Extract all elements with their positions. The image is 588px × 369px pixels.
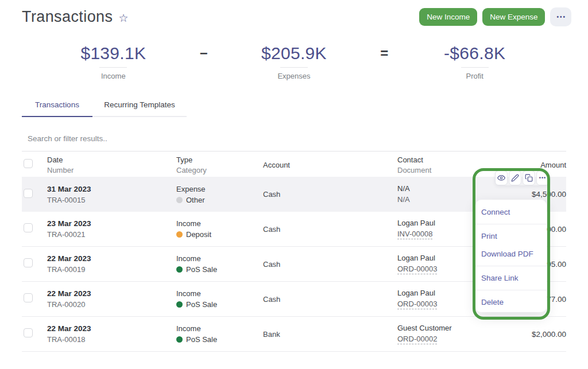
transaction-category: PoS Sale <box>176 265 263 274</box>
category-dot-icon <box>176 197 183 203</box>
view-icon[interactable] <box>495 170 508 185</box>
transactions-page: Transactions ☆ New Income New Expense ••… <box>0 0 588 369</box>
favorite-star-icon[interactable]: ☆ <box>118 11 128 25</box>
search-input[interactable] <box>22 126 566 151</box>
account-name: Cash <box>263 260 397 269</box>
col-amount[interactable]: Amount <box>493 161 566 169</box>
new-income-button[interactable]: New Income <box>419 8 477 26</box>
transaction-date: 22 Mar 2023 <box>47 289 176 298</box>
menu-item-share-link[interactable]: Share Link <box>475 269 547 287</box>
transaction-number: TRA-00021 <box>47 230 176 239</box>
col-category[interactable]: Category <box>176 166 263 174</box>
transaction-amount: $2,000.00 <box>493 330 566 339</box>
summary-income: $139.1K Income <box>34 44 192 80</box>
menu-item-delete[interactable]: Delete <box>475 293 547 311</box>
transaction-number: TRA-00015 <box>47 196 176 204</box>
expenses-label: Expenses <box>215 72 373 80</box>
document-number[interactable]: INV-00008 <box>397 230 432 239</box>
transaction-category: PoS Sale <box>176 335 263 344</box>
profit-value: -$66.8K <box>396 44 554 63</box>
contact-name: N/A <box>397 184 493 193</box>
page-header: Transactions ☆ New Income New Expense ••… <box>0 0 588 26</box>
profit-label: Profit <box>396 72 554 80</box>
document-number[interactable]: ORD-00003 <box>397 265 437 274</box>
transaction-number: TRA-00019 <box>47 265 176 274</box>
category-dot-icon <box>176 266 183 273</box>
transaction-category: PoS Sale <box>176 300 263 309</box>
transaction-category: Deposit <box>176 230 263 239</box>
document-number[interactable]: ORD-00003 <box>397 300 437 309</box>
menu-divider <box>475 224 547 224</box>
divider <box>99 67 127 68</box>
row-checkbox[interactable] <box>24 189 33 198</box>
income-value: $139.1K <box>34 44 192 63</box>
more-icon[interactable]: ••• <box>536 170 549 185</box>
transaction-category: Other <box>176 196 263 204</box>
income-label: Income <box>34 72 192 80</box>
transactions-table: Date Number Type Category Account Contac… <box>22 152 566 352</box>
edit-icon[interactable] <box>509 170 521 185</box>
transaction-number: TRA-00020 <box>47 300 176 309</box>
minus-operator: − <box>192 44 215 61</box>
contact-name: Guest Customer <box>397 324 493 332</box>
category-label: PoS Sale <box>186 300 217 309</box>
tab-transactions[interactable]: Transactions <box>22 96 92 117</box>
menu-item-print[interactable]: Print <box>475 227 547 245</box>
divider <box>280 67 308 68</box>
transaction-type: Income <box>176 289 263 298</box>
more-actions-button[interactable]: ••• <box>550 7 571 26</box>
category-dot-icon <box>176 231 183 238</box>
document-number: N/A <box>397 195 410 204</box>
col-account[interactable]: Account <box>263 161 397 169</box>
transaction-type: Income <box>176 219 263 228</box>
category-label: Other <box>186 196 205 204</box>
menu-divider <box>475 290 547 290</box>
transaction-type: Income <box>176 324 263 333</box>
tab-bar: Transactions Recurring Templates <box>22 96 566 117</box>
category-label: Deposit <box>186 230 211 239</box>
row-checkbox[interactable] <box>24 258 33 267</box>
transaction-date: 22 Mar 2023 <box>47 254 176 263</box>
col-type[interactable]: Type <box>176 156 263 164</box>
table-header-row: Date Number Type Category Account Contac… <box>22 152 566 177</box>
transaction-type: Expense <box>176 185 263 193</box>
summary-profit: -$66.8K Profit <box>396 44 554 80</box>
menu-item-connect[interactable]: Connect <box>475 203 547 221</box>
row-checkbox[interactable] <box>24 223 33 232</box>
account-name: Bank <box>263 330 397 339</box>
transaction-date: 22 Mar 2023 <box>47 324 176 333</box>
table-row[interactable]: 22 Mar 2023 TRA-00018 Income PoS Sale Ba… <box>22 317 566 352</box>
row-action-menu: Connect Print Download PDF Share Link De… <box>475 200 547 312</box>
menu-divider <box>475 266 547 266</box>
new-expense-button[interactable]: New Expense <box>482 8 545 26</box>
row-action-toolbar: ••• <box>495 170 549 185</box>
row-checkbox[interactable] <box>24 328 33 337</box>
transaction-number: TRA-00018 <box>47 335 176 344</box>
category-dot-icon <box>176 336 183 343</box>
transaction-date: 23 Mar 2023 <box>47 219 176 228</box>
col-contact[interactable]: Contact <box>397 156 493 164</box>
page-title: Transactions <box>22 8 113 26</box>
search-bar <box>22 126 566 152</box>
divider <box>461 67 489 68</box>
account-name: Cash <box>263 295 397 304</box>
col-number[interactable]: Number <box>47 166 176 174</box>
duplicate-icon[interactable] <box>523 170 535 185</box>
tab-recurring-templates[interactable]: Recurring Templates <box>92 96 187 117</box>
transaction-type: Income <box>176 254 263 263</box>
category-dot-icon <box>176 301 183 308</box>
menu-item-download-pdf[interactable]: Download PDF <box>475 245 547 263</box>
equals-operator: = <box>373 44 396 61</box>
document-number[interactable]: ORD-00002 <box>397 335 437 344</box>
summary-bar: $139.1K Income − $205.9K Expenses = -$66… <box>0 44 588 80</box>
transaction-date: 31 Mar 2023 <box>47 185 176 193</box>
col-date[interactable]: Date <box>47 156 176 164</box>
transaction-amount: $4,500.00 <box>493 190 566 199</box>
account-name: Cash <box>263 190 397 199</box>
expenses-value: $205.9K <box>215 44 373 63</box>
row-checkbox[interactable] <box>24 293 33 302</box>
summary-expenses: $205.9K Expenses <box>215 44 373 80</box>
category-label: PoS Sale <box>186 335 217 344</box>
col-document[interactable]: Document <box>397 166 493 174</box>
select-all-checkbox[interactable] <box>24 159 33 168</box>
